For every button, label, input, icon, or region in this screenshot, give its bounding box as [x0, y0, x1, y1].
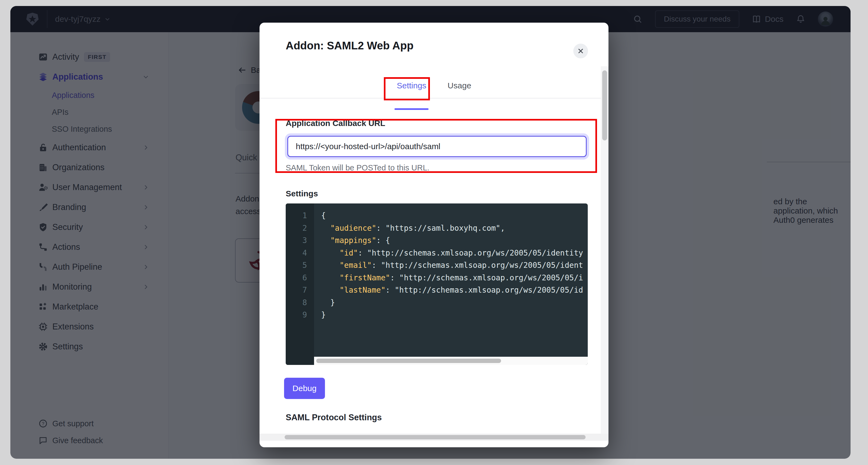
line-number: 5	[286, 259, 314, 272]
close-icon	[577, 48, 584, 55]
code-line: "id": "http://schemas.xmlsoap.org/ws/200…	[321, 247, 588, 259]
active-tab-underline	[395, 108, 428, 110]
editor-gutter: 123456789	[286, 203, 314, 365]
code-line: "audience": "https://saml.boxyhq.com",	[321, 222, 588, 235]
code-line: {	[321, 209, 588, 222]
debug-button[interactable]: Debug	[284, 378, 325, 399]
code-line: "mappings": {	[321, 234, 588, 247]
editor-horizontal-scrollbar[interactable]	[314, 357, 588, 365]
annotation-box-callback-url	[275, 119, 597, 173]
line-number: 3	[286, 234, 314, 247]
editor-code[interactable]: { "audience": "https://saml.boxyhq.com",…	[314, 203, 588, 357]
saml-protocol-settings-heading: SAML Protocol Settings	[286, 413, 382, 423]
code-line: "lastName": "http://schemas.xmlsoap.org/…	[321, 284, 588, 296]
modal-vertical-scrollbar[interactable]	[601, 66, 609, 434]
code-line: "firstName": "http://schemas.xmlsoap.org…	[321, 272, 588, 284]
tab-usage[interactable]: Usage	[446, 79, 472, 98]
settings-code-editor[interactable]: 123456789 { "audience": "https://saml.bo…	[286, 203, 588, 365]
modal-tabs: SettingsUsage	[259, 79, 609, 98]
modal-horizontal-scrollbar[interactable]	[259, 434, 609, 441]
line-number: 4	[286, 247, 314, 259]
annotation-box-settings-tab	[384, 77, 430, 100]
line-number: 7	[286, 284, 314, 296]
tabs-divider	[259, 98, 609, 98]
code-line: }	[321, 309, 588, 321]
line-number: 9	[286, 309, 314, 321]
modal-vscroll-thumb[interactable]	[602, 70, 607, 141]
modal-close-button[interactable]	[573, 43, 588, 58]
line-number: 1	[286, 209, 314, 222]
code-line: }	[321, 296, 588, 309]
line-number: 2	[286, 222, 314, 235]
modal-title: Addon: SAML2 Web App	[286, 39, 413, 52]
editor-hscroll-thumb[interactable]	[316, 359, 501, 363]
settings-section-label: Settings	[286, 189, 318, 198]
line-number: 8	[286, 296, 314, 309]
addon-saml2-modal: Addon: SAML2 Web App SettingsUsage Appli…	[259, 23, 609, 447]
modal-hscroll-thumb[interactable]	[285, 435, 586, 439]
code-line: "email": "http://schemas.xmlsoap.org/ws/…	[321, 259, 588, 272]
line-number: 6	[286, 272, 314, 284]
